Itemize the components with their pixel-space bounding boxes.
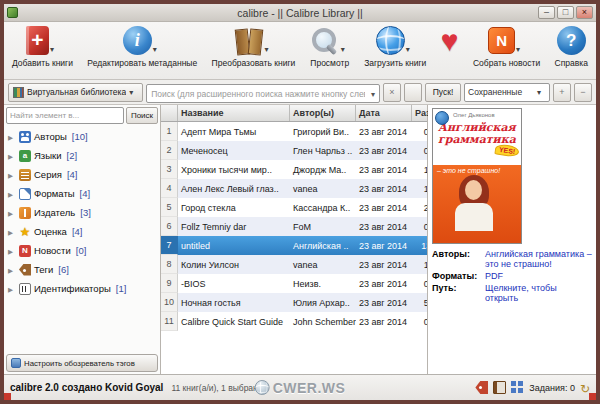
- header-date[interactable]: Дата: [356, 105, 412, 121]
- cell-title[interactable]: untitled: [178, 236, 290, 255]
- row-number[interactable]: 2: [161, 141, 178, 160]
- expand-arrow-icon[interactable]: [8, 226, 16, 237]
- cell-size[interactable]: 1.1: [412, 255, 427, 274]
- cell-date[interactable]: 23 авг 2014: [356, 312, 412, 331]
- cell-title[interactable]: Ален Лекс Левый глаз..: [178, 179, 290, 198]
- formats-field-value[interactable]: PDF: [485, 271, 592, 281]
- cell-title[interactable]: Адепт Мира Тьмы: [178, 122, 290, 141]
- row-number[interactable]: 4: [161, 179, 178, 198]
- book-details-toggle-icon[interactable]: [493, 381, 506, 394]
- chevron-down-icon[interactable]: [516, 38, 525, 56]
- row-number[interactable]: 9: [161, 274, 178, 293]
- cell-title[interactable]: Calibre Quick Start Guide: [178, 312, 290, 331]
- row-number[interactable]: 3: [161, 160, 178, 179]
- table-row[interactable]: 9-BIOSНеизв.23 авг 20140.5: [161, 274, 427, 293]
- row-number[interactable]: 10: [161, 293, 178, 312]
- row-number[interactable]: 5: [161, 198, 178, 217]
- header-authors[interactable]: Автор(ы): [290, 105, 356, 121]
- sidebar-item-formats[interactable]: Форматы [4]: [6, 184, 158, 203]
- row-number[interactable]: 1: [161, 122, 178, 141]
- sidebar-item-series[interactable]: Серия [4]: [6, 165, 158, 184]
- cell-authors[interactable]: John Schember: [290, 312, 356, 331]
- cell-size[interactable]: 1.4: [412, 179, 427, 198]
- cell-authors[interactable]: Кассандра К..: [290, 198, 356, 217]
- sidebar-item-publisher[interactable]: Издатель [3]: [6, 203, 158, 222]
- cell-authors[interactable]: vanea: [290, 255, 356, 274]
- chevron-down-icon[interactable]: [406, 38, 415, 56]
- add-books-button[interactable]: Добавить книги: [12, 25, 73, 68]
- jobs-status-text[interactable]: Задания: 0: [529, 383, 575, 393]
- cell-size[interactable]: 5.2: [412, 293, 427, 312]
- fetch-news-button[interactable]: Собрать новости: [473, 25, 540, 68]
- row-number[interactable]: 6: [161, 217, 178, 236]
- cell-authors[interactable]: Джордж Ма..: [290, 160, 356, 179]
- table-row[interactable]: 3Хроники тысячи мир..Джордж Ма..23 авг 2…: [161, 160, 427, 179]
- search-history-arrow-icon[interactable]: [367, 83, 379, 102]
- table-row[interactable]: 7untitledАнглийская ..23 авг 201413.2: [161, 236, 427, 255]
- maximize-button[interactable]: □: [557, 6, 574, 19]
- clear-search-button[interactable]: ×: [383, 83, 401, 102]
- cell-date[interactable]: 23 авг 2014: [356, 293, 412, 312]
- chevron-down-icon[interactable]: [537, 87, 546, 97]
- cell-size[interactable]: 0.6: [412, 217, 427, 236]
- chevron-down-icon[interactable]: [341, 38, 350, 56]
- chevron-down-icon[interactable]: [129, 87, 138, 97]
- cell-date[interactable]: 23 авг 2014: [356, 179, 412, 198]
- tag-find-button[interactable]: Поиск: [126, 107, 158, 124]
- tag-browser-toggle-icon[interactable]: [475, 381, 488, 394]
- delete-search-button[interactable]: −: [574, 83, 592, 102]
- cell-title[interactable]: Город стекла: [178, 198, 290, 217]
- expand-arrow-icon[interactable]: [8, 207, 16, 218]
- saved-searches-combo[interactable]: Сохраненные: [464, 83, 550, 102]
- cover-grid-toggle-icon[interactable]: [511, 381, 524, 394]
- cell-date[interactable]: 23 авг 2014: [356, 236, 412, 255]
- cell-date[interactable]: 23 авг 2014: [356, 274, 412, 293]
- expand-arrow-icon[interactable]: [8, 131, 16, 142]
- cell-size[interactable]: 13.2: [412, 236, 427, 255]
- table-row[interactable]: 5Город стеклаКассандра К..23 авг 20142.6: [161, 198, 427, 217]
- cell-authors[interactable]: FoM: [290, 217, 356, 236]
- table-row[interactable]: 6Follz Temniy darFoM23 авг 20140.6: [161, 217, 427, 236]
- row-number[interactable]: 7: [161, 236, 178, 255]
- cell-size[interactable]: 0.9: [412, 141, 427, 160]
- cell-size[interactable]: 0.9: [412, 122, 427, 141]
- expand-arrow-icon[interactable]: [8, 150, 16, 161]
- sidebar-item-authors[interactable]: Авторы [10]: [6, 127, 158, 146]
- cell-size[interactable]: 0.6: [412, 312, 427, 331]
- cell-size[interactable]: 1.9: [412, 160, 427, 179]
- fetch-books-button[interactable]: Загрузить книги: [364, 25, 426, 68]
- row-number[interactable]: 8: [161, 255, 178, 274]
- cell-date[interactable]: 23 авг 2014: [356, 217, 412, 236]
- cell-authors[interactable]: Григорий Ви..: [290, 122, 356, 141]
- virtual-library-button[interactable]: Виртуальная библиотека: [8, 83, 143, 102]
- cell-title[interactable]: Хроники тысячи мир..: [178, 160, 290, 179]
- search-input[interactable]: [146, 84, 380, 103]
- cell-authors[interactable]: vanea: [290, 179, 356, 198]
- edit-metadata-button[interactable]: Редактировать метаданные: [87, 25, 197, 68]
- search-options-button[interactable]: [404, 83, 422, 102]
- header-title[interactable]: Название: [178, 105, 290, 121]
- cell-title[interactable]: Follz Temniy dar: [178, 217, 290, 236]
- cell-title[interactable]: -BIOS: [178, 274, 290, 293]
- close-button[interactable]: ×: [576, 6, 593, 19]
- expand-arrow-icon[interactable]: [8, 188, 16, 199]
- cell-size[interactable]: 0.5: [412, 274, 427, 293]
- save-search-button[interactable]: +: [553, 83, 571, 102]
- sidebar-item-rating[interactable]: Оценка [4]: [6, 222, 158, 241]
- convert-books-button[interactable]: Преобразовать книги: [212, 25, 296, 68]
- minimize-button[interactable]: –: [538, 6, 555, 19]
- help-button[interactable]: Справка: [555, 25, 588, 68]
- header-row-number[interactable]: [161, 105, 178, 121]
- cell-authors[interactable]: Глен Чарльз ..: [290, 141, 356, 160]
- expand-arrow-icon[interactable]: [8, 169, 16, 180]
- sidebar-item-languages[interactable]: Языки [2]: [6, 146, 158, 165]
- expand-arrow-icon[interactable]: [8, 264, 16, 275]
- sidebar-item-news[interactable]: Новости [0]: [6, 241, 158, 260]
- cell-authors[interactable]: Неизв.: [290, 274, 356, 293]
- cell-title[interactable]: Колин Уилсон: [178, 255, 290, 274]
- cell-size[interactable]: 2.6: [412, 198, 427, 217]
- sidebar-item-identifiers[interactable]: Идентификаторы [1]: [6, 279, 158, 298]
- table-row[interactable]: 2МеченосецГлен Чарльз ..23 авг 20140.9: [161, 141, 427, 160]
- cell-date[interactable]: 23 авг 2014: [356, 198, 412, 217]
- chevron-down-icon[interactable]: [50, 38, 59, 56]
